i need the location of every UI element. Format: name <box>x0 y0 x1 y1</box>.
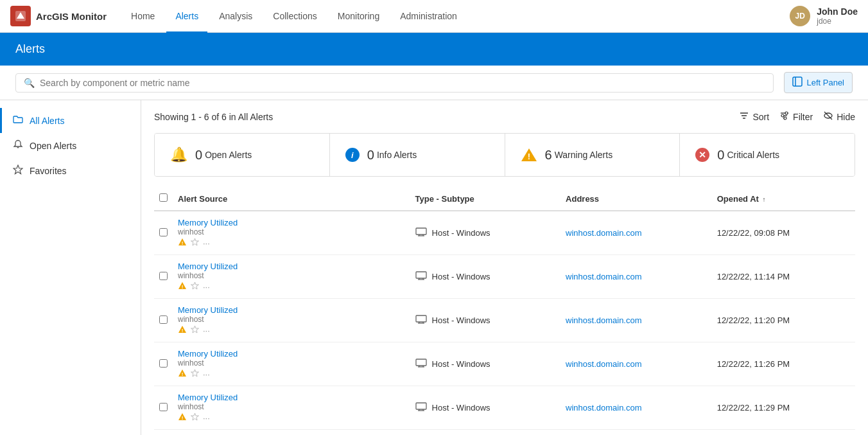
hide-icon <box>823 111 833 123</box>
row-address-cell-3: winhost.domain.com <box>560 342 712 386</box>
row-address-link-0[interactable]: winhost.domain.com <box>566 228 642 238</box>
warning-alerts-count: 6 <box>545 148 552 163</box>
row-star-icon-1[interactable] <box>191 281 199 292</box>
row-star-icon-0[interactable] <box>191 238 199 248</box>
main-layout: All Alerts Open Alerts Favorites Showin <box>0 100 868 435</box>
summary-cards: 🔔 0 Open Alerts i 0 Info Alerts <box>154 133 855 177</box>
user-info: John Doe jdoe <box>817 6 858 26</box>
row-type-2: Host - Windows <box>432 315 490 325</box>
row-checkbox-0[interactable] <box>159 228 168 236</box>
nav-analysis[interactable]: Analysis <box>210 0 261 33</box>
svg-marker-33 <box>191 326 199 333</box>
info-alerts-count: 0 <box>367 148 374 163</box>
select-all-checkbox[interactable] <box>159 193 168 202</box>
row-warning-icon-0: ! <box>178 238 187 248</box>
row-star-icon-2[interactable] <box>191 325 199 335</box>
row-star-icon-4[interactable] <box>191 413 199 423</box>
row-checkbox-4[interactable] <box>159 403 168 411</box>
svg-rect-20 <box>416 228 426 235</box>
card-open-content: 0 Open Alerts <box>195 148 252 163</box>
source-name-0[interactable]: Memory Utilized <box>178 218 405 227</box>
col-header-type: Type - Subtype <box>410 187 560 211</box>
col-header-opened-at[interactable]: Opened At ↑ <box>712 187 855 211</box>
svg-marker-3 <box>13 165 22 174</box>
row-type-1: Host - Windows <box>432 272 490 281</box>
nav-alerts[interactable]: Alerts <box>166 0 207 33</box>
sidebar-item-all-alerts[interactable]: All Alerts <box>0 108 141 133</box>
svg-rect-41 <box>416 359 426 366</box>
row-source-cell-4: Memory Utilized winhost ! ··· <box>173 386 410 430</box>
left-panel-label: Left Panel <box>806 78 844 87</box>
row-checkbox-cell <box>154 255 173 299</box>
nav-home[interactable]: Home <box>122 0 164 33</box>
row-checkbox-cell <box>154 299 173 342</box>
row-address-cell-4: winhost.domain.com <box>560 386 712 430</box>
table-header: Alert Source Type - Subtype Address Open… <box>154 187 855 211</box>
row-source-cell-5: Memory Utilized winhost ! ··· <box>173 430 410 436</box>
row-icons-1: ! ··· <box>178 281 405 292</box>
source-name-1[interactable]: Memory Utilized <box>178 262 405 271</box>
nav-collections[interactable]: Collections <box>264 0 326 33</box>
svg-text:!: ! <box>182 371 184 377</box>
alerts-table: Alert Source Type - Subtype Address Open… <box>154 187 855 435</box>
source-name-2[interactable]: Memory Utilized <box>178 305 405 315</box>
source-name-4[interactable]: Memory Utilized <box>178 393 405 402</box>
row-opened-cell-0: 12/22/22, 09:08 PM <box>712 211 855 255</box>
filter-button[interactable]: Filter <box>779 111 813 123</box>
card-warning-alerts[interactable]: ! 6 Warning Alerts <box>505 134 681 176</box>
source-host-3: winhost <box>178 359 405 368</box>
nav-monitoring[interactable]: Monitoring <box>329 0 388 33</box>
content-area: Showing 1 - 6 of 6 in All Alerts Sort <box>141 100 868 435</box>
row-address-cell-0: winhost.domain.com <box>560 211 712 255</box>
card-info-alerts[interactable]: i 0 Info Alerts <box>330 134 505 176</box>
source-name-3[interactable]: Memory Utilized <box>178 349 405 359</box>
row-source-cell-1: Memory Utilized winhost ! ··· <box>173 255 410 299</box>
showing-text: Showing 1 - 6 of 6 in All Alerts <box>154 112 273 122</box>
row-address-cell-1: winhost.domain.com <box>560 255 712 299</box>
sidebar-item-favorites[interactable]: Favorites <box>0 158 141 183</box>
row-more-icon-3[interactable]: ··· <box>203 369 210 379</box>
row-opened-cell-4: 12/22/22, 11:29 PM <box>712 386 855 430</box>
left-panel-button[interactable]: Left Panel <box>784 72 853 93</box>
source-host-4: winhost <box>178 402 405 411</box>
row-checkbox-3[interactable] <box>159 359 168 368</box>
hide-button[interactable]: Hide <box>823 111 855 123</box>
row-checkbox-cell <box>154 386 173 430</box>
row-address-link-1[interactable]: winhost.domain.com <box>566 272 642 281</box>
content-toolbar: Showing 1 - 6 of 6 in All Alerts Sort <box>154 111 855 123</box>
card-critical-alerts[interactable]: ✕ 0 Critical Alerts <box>680 134 855 176</box>
row-warning-icon-2: ! <box>178 325 187 335</box>
row-checkbox-2[interactable] <box>159 315 168 324</box>
sidebar-item-open-alerts[interactable]: Open Alerts <box>0 133 141 158</box>
sidebar-item-all-alerts-label: All Alerts <box>30 116 64 126</box>
row-icons-3: ! ··· <box>178 369 405 379</box>
svg-rect-27 <box>416 272 426 278</box>
row-more-icon-2[interactable]: ··· <box>203 326 210 335</box>
svg-text:!: ! <box>182 240 184 246</box>
row-more-icon-0[interactable]: ··· <box>203 238 210 248</box>
row-star-icon-3[interactable] <box>191 369 199 379</box>
sidebar-item-open-alerts-label: Open Alerts <box>30 141 76 151</box>
source-host-2: winhost <box>178 315 405 324</box>
bell-card-icon: 🔔 <box>170 146 187 163</box>
row-address-link-2[interactable]: winhost.domain.com <box>566 315 642 325</box>
row-address-link-4[interactable]: winhost.domain.com <box>566 403 642 413</box>
row-opened-cell-2: 12/22/22, 11:20 PM <box>712 299 855 342</box>
avatar[interactable]: JD <box>790 6 810 26</box>
nav-administration[interactable]: Administration <box>391 0 466 33</box>
row-type-4: Host - Windows <box>432 403 490 413</box>
row-icons-0: ! ··· <box>178 238 405 248</box>
filter-icon <box>779 111 790 123</box>
sort-label: Sort <box>752 112 769 122</box>
user-name: John Doe <box>817 6 858 17</box>
nav-items: Home Alerts Analysis Collections Monitor… <box>122 0 790 33</box>
card-open-alerts[interactable]: 🔔 0 Open Alerts <box>155 134 330 176</box>
row-more-icon-4[interactable]: ··· <box>203 413 210 423</box>
row-more-icon-1[interactable]: ··· <box>203 282 210 292</box>
sort-button[interactable]: Sort <box>739 111 769 123</box>
host-icon-4 <box>415 402 427 413</box>
row-checkbox-1[interactable] <box>159 272 168 280</box>
row-source-cell-2: Memory Utilized winhost ! ··· <box>173 299 410 342</box>
row-address-link-3[interactable]: winhost.domain.com <box>566 359 642 369</box>
search-input[interactable] <box>40 78 765 88</box>
